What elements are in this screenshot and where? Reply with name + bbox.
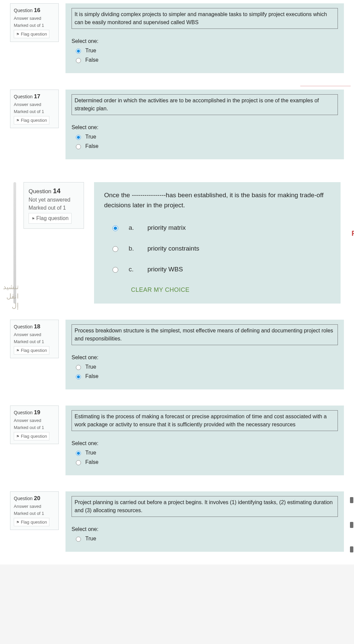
- question-info-box: Question 14Not yet answeredMarked out of…: [24, 182, 84, 229]
- mc-letter: b.: [129, 245, 138, 252]
- mc-letter: a.: [129, 224, 138, 231]
- question-title: Question 20: [14, 495, 55, 502]
- right-cutoff-letter: F: [352, 229, 354, 238]
- option-false-label: False: [85, 57, 98, 63]
- question-number: 14: [53, 187, 60, 195]
- option-false[interactable]: False: [74, 57, 338, 63]
- question-state: Answer saved: [14, 16, 55, 21]
- option-true-label: True: [85, 450, 96, 456]
- question-content: Process breakdown structure is the simpl…: [65, 320, 344, 389]
- mc-letter: c.: [129, 266, 138, 273]
- option-false-label: False: [85, 143, 98, 149]
- question-content: Once the ----------------has been establ…: [94, 182, 341, 304]
- question-word: Question: [14, 94, 34, 99]
- radio-true[interactable]: [76, 451, 81, 456]
- radio-false[interactable]: [76, 58, 81, 63]
- edge-mark-icon: [350, 497, 353, 503]
- radio-true[interactable]: [76, 365, 81, 370]
- select-one-label: Select one:: [72, 38, 338, 44]
- question-stem: Determined order in which the activities…: [72, 94, 338, 115]
- flag-question-button[interactable]: Flag question: [14, 30, 49, 38]
- question-word: Question: [14, 324, 34, 329]
- radio-true[interactable]: [76, 49, 81, 54]
- option-true[interactable]: True: [74, 536, 338, 542]
- flag-question-button[interactable]: Flag question: [14, 432, 49, 440]
- mc-radio[interactable]: [113, 246, 118, 252]
- mc-radio[interactable]: [113, 267, 118, 273]
- option-true[interactable]: True: [74, 450, 338, 456]
- flag-question-button[interactable]: Flag question: [14, 346, 49, 355]
- mc-option[interactable]: a.priority matrix: [111, 224, 330, 231]
- question-row: Question 18Answer savedMarked out of 1Fl…: [0, 316, 354, 402]
- question-info-box: Question 19Answer savedMarked out of 1Fl…: [10, 406, 59, 444]
- question-info-box: Question 20Answer savedMarked out of 1Fl…: [10, 491, 59, 530]
- question-title: Question 19: [14, 409, 55, 416]
- radio-false[interactable]: [76, 144, 81, 149]
- question-number: 17: [34, 93, 40, 100]
- radio-false[interactable]: [76, 374, 81, 379]
- option-false-label: False: [85, 373, 98, 379]
- question-state: Answer saved: [14, 102, 55, 107]
- option-false[interactable]: False: [74, 373, 338, 379]
- option-true[interactable]: True: [74, 48, 338, 54]
- question-title: Question 18: [14, 323, 55, 330]
- question-marks: Marked out of 1: [14, 511, 55, 516]
- question-stem: Estimating is the process of making a fo…: [72, 410, 338, 431]
- question-marks: Marked out of 1: [14, 425, 55, 430]
- question-word: Question: [29, 188, 53, 195]
- question-info-box: Question 17Answer savedMarked out of 1Fl…: [10, 90, 59, 128]
- question-state: Not yet answered: [29, 197, 79, 203]
- flag-question-button[interactable]: Flag question: [14, 518, 49, 526]
- question-row: Question 16Answer savedMarked out of 1Fl…: [0, 0, 354, 86]
- question-info-box: Question 18Answer savedMarked out of 1Fl…: [10, 320, 59, 358]
- question-word: Question: [14, 410, 34, 415]
- option-true[interactable]: True: [74, 364, 338, 370]
- question-number: 19: [34, 409, 40, 416]
- question-title: Question 14: [29, 187, 79, 195]
- question-number: 16: [34, 7, 40, 13]
- question-state: Answer saved: [14, 504, 55, 509]
- select-one-label: Select one:: [72, 526, 338, 532]
- flag-question-button[interactable]: Flag question: [14, 116, 49, 124]
- flag-question-button[interactable]: Flag question: [29, 213, 72, 224]
- option-true-label: True: [85, 364, 96, 370]
- clear-choice-link[interactable]: CLEAR MY CHOICE: [131, 286, 330, 293]
- option-false[interactable]: False: [74, 459, 338, 465]
- edge-mark-icon: [350, 522, 353, 528]
- question-info-box: Question 16Answer savedMarked out of 1Fl…: [10, 3, 59, 42]
- option-true-label: True: [85, 536, 96, 542]
- question-title: Question 16: [14, 7, 55, 14]
- question-content: Determined order in which the activities…: [65, 90, 344, 159]
- select-one-label: Select one:: [72, 124, 338, 130]
- radio-false[interactable]: [76, 460, 81, 465]
- question-row: Question 20Answer savedMarked out of 1Fl…: [0, 488, 354, 565]
- radio-true[interactable]: [76, 537, 81, 542]
- question-content: Estimating is the process of making a fo…: [65, 406, 344, 475]
- question-marks: Marked out of 1: [29, 205, 79, 211]
- question-stem: It is simply dividing complex projects t…: [72, 8, 338, 29]
- question-title: Question 17: [14, 93, 55, 100]
- question-marks: Marked out of 1: [14, 109, 55, 114]
- option-true-label: True: [85, 134, 96, 140]
- option-false[interactable]: False: [74, 143, 338, 149]
- option-false-label: False: [85, 459, 98, 465]
- edge-mark-icon: [350, 546, 353, 552]
- question-content: Project planning is carried out before a…: [65, 491, 344, 552]
- question-row: Question 14Not yet answeredMarked out of…: [0, 172, 354, 316]
- select-one-label: Select one:: [72, 440, 338, 446]
- question-number: 20: [34, 495, 40, 501]
- mc-radio[interactable]: [113, 225, 118, 231]
- question-stem: Process breakdown structure is the simpl…: [72, 324, 338, 345]
- edge-marks: [350, 488, 353, 562]
- mc-option[interactable]: c.priority WBS: [111, 266, 330, 273]
- option-true[interactable]: True: [74, 134, 338, 140]
- mc-text: priority WBS: [147, 266, 183, 273]
- radio-true[interactable]: [76, 135, 81, 140]
- mc-text: priority constraints: [147, 245, 199, 252]
- question-word: Question: [14, 8, 34, 13]
- mc-option[interactable]: b.priority constraints: [111, 245, 330, 252]
- question-number: 18: [34, 323, 40, 330]
- option-true-label: True: [85, 48, 96, 54]
- question-stem: Project planning is carried out before a…: [72, 496, 338, 517]
- question-content: It is simply dividing complex projects t…: [65, 3, 344, 73]
